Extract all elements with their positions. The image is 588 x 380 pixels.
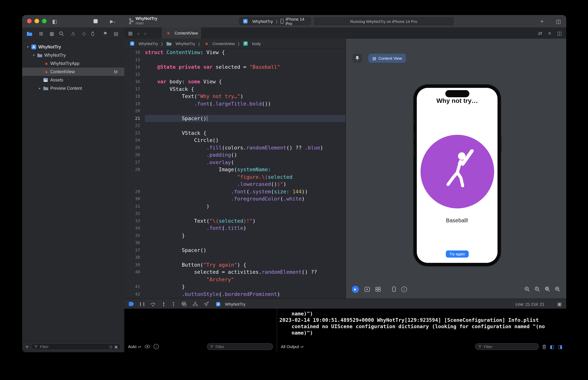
- code-line-36[interactable]: 36: [124, 239, 345, 247]
- code-line-17[interactable]: 17 VStack {: [124, 85, 345, 93]
- code-line-22[interactable]: 22: [124, 122, 345, 129]
- project-title[interactable]: WhyNotTry: [135, 16, 157, 21]
- related-items-icon[interactable]: ▦: [128, 30, 133, 36]
- navigator-item-contentview[interactable]: ContentViewM: [22, 68, 124, 76]
- running-process[interactable]: WhyNotTry: [215, 302, 245, 306]
- console-output[interactable]: name)")2023-02-14 19:00:51.489529+0000 W…: [277, 309, 566, 352]
- breadcrumb-whynottry[interactable]: WhyNotTry: [166, 41, 195, 46]
- variables-pane-toggle-icon[interactable]: ◧: [550, 344, 555, 349]
- code-line-19[interactable]: 19 .font(.largeTitle.bold()): [124, 100, 345, 107]
- editor-options-icon[interactable]: ◫: [557, 30, 562, 36]
- code-line-16[interactable]: 16 var body: some View {: [124, 78, 345, 85]
- view-hierarchy-icon[interactable]: [181, 302, 187, 306]
- code-line-wrap[interactable]: "Archery": [124, 276, 345, 283]
- device-settings-icon[interactable]: [392, 286, 396, 292]
- code-line-28[interactable]: 28 Image(systemName:: [124, 166, 345, 173]
- code-line-15[interactable]: 15: [124, 71, 345, 78]
- breadcrumb-contentview[interactable]: ContentView: [203, 41, 235, 46]
- code-line-14[interactable]: 14 @State private var selected = "Baseba…: [124, 63, 345, 71]
- code-line-33[interactable]: 33 Text("\(selected)!"): [124, 217, 345, 225]
- breakpoints-toggle-icon[interactable]: [129, 302, 134, 306]
- navigator-item-assets[interactable]: Assets: [22, 76, 124, 84]
- zoom-window-button[interactable]: [42, 19, 47, 23]
- navigator-item-whynottry[interactable]: ▾WhyNotTry: [22, 43, 124, 51]
- code-line-42[interactable]: 42 .buttonStyle(.borderedProminent): [124, 290, 345, 298]
- zoom-in-icon[interactable]: [555, 286, 560, 292]
- breakpoints-icon[interactable]: ⚑: [102, 31, 109, 37]
- chevron-right-icon[interactable]: ▸: [37, 86, 42, 90]
- print-description-icon[interactable]: i: [153, 344, 159, 349]
- preview-tab-content-view[interactable]: ▤ Content View: [368, 54, 406, 63]
- minimize-window-button[interactable]: [35, 19, 39, 23]
- editor-layout-icon[interactable]: ◫: [556, 15, 561, 27]
- minimap-list-icon[interactable]: ≡: [548, 30, 551, 36]
- reports-icon[interactable]: ▤: [112, 31, 120, 37]
- zoom-actual-icon[interactable]: [535, 286, 540, 292]
- code-line-25[interactable]: 25 .fill(colors.randomElement() ?? .blue…: [124, 144, 345, 151]
- code-line-wrap[interactable]: "figure.\(selected: [124, 173, 345, 181]
- console-filter-field[interactable]: Filter: [475, 343, 539, 350]
- device-preview-icon[interactable]: [365, 287, 370, 292]
- zoom-fit-icon[interactable]: [545, 286, 550, 292]
- tab-contentview[interactable]: ContentView: [161, 27, 202, 39]
- code-line-32[interactable]: 32: [124, 210, 345, 217]
- simulate-location-icon[interactable]: [204, 302, 209, 306]
- chevron-down-icon[interactable]: ▾: [31, 53, 37, 57]
- project-navigator-icon[interactable]: [27, 31, 34, 36]
- activity-status[interactable]: Running WhyNotTry on iPhone 14 Pro: [313, 17, 454, 26]
- console-toggle-icon[interactable]: ▣: [557, 301, 562, 307]
- code-line-29[interactable]: 29 .font(.system(size: 144)): [124, 188, 345, 195]
- quicklook-eye-icon[interactable]: [144, 345, 150, 348]
- memory-graph-icon[interactable]: [193, 302, 198, 306]
- run-button[interactable]: ▶▾: [110, 15, 115, 27]
- code-line-40[interactable]: 40 selected = activities.randomElement()…: [124, 268, 345, 276]
- console-pane-toggle-icon[interactable]: ◨: [558, 344, 563, 349]
- tests-icon[interactable]: ◇: [80, 31, 88, 37]
- try-again-button[interactable]: Try again: [446, 250, 469, 258]
- code-line-10[interactable]: 10struct ContentView: View {: [124, 49, 345, 56]
- code-line-38[interactable]: 38: [124, 254, 345, 261]
- code-review-icon[interactable]: ⇄: [538, 30, 542, 36]
- code-line-27[interactable]: 27 .overlay(: [124, 159, 345, 166]
- code-line-18[interactable]: 18 Text("Why not try…"): [124, 93, 345, 100]
- breadcrumb-body[interactable]: Pbody: [243, 41, 261, 46]
- code-line-24[interactable]: 24 Circle(): [124, 137, 345, 144]
- zoom-out-icon[interactable]: [525, 286, 530, 292]
- code-line-41[interactable]: 41 }: [124, 283, 345, 290]
- pin-preview-button[interactable]: [353, 54, 362, 63]
- output-mode-select[interactable]: All Output ▴▾: [281, 344, 303, 349]
- code-line-13[interactable]: 13: [124, 56, 345, 63]
- variables-filter-field[interactable]: Filter: [207, 343, 273, 350]
- code-editor[interactable]: 10struct ContentView: View {1314 @State …: [124, 49, 345, 299]
- symbols-icon[interactable]: ▦: [48, 31, 56, 37]
- source-control-icon[interactable]: ⊠: [37, 31, 45, 37]
- code-line-20[interactable]: 20: [124, 107, 345, 115]
- navigator-item-preview-content[interactable]: ▸Preview Content: [22, 84, 124, 92]
- add-file-button[interactable]: +: [25, 343, 29, 350]
- live-preview-button[interactable]: ▶: [352, 285, 359, 293]
- back-icon[interactable]: ‹: [138, 30, 139, 36]
- code-line-31[interactable]: 31 ): [124, 203, 345, 210]
- navigator-item-whynottryapp[interactable]: WhyNotTryApp: [22, 59, 124, 68]
- code-line-23[interactable]: 23 VStack {: [124, 129, 345, 137]
- code-line-wrap[interactable]: .lowercased())"): [124, 181, 345, 188]
- step-into-icon[interactable]: [162, 302, 166, 306]
- navigator-filter-field[interactable]: Filter ◷▣: [31, 343, 121, 350]
- branch-name[interactable]: main: [135, 21, 157, 25]
- trash-icon[interactable]: [542, 344, 547, 349]
- close-window-button[interactable]: [27, 19, 32, 23]
- variables-mode-select[interactable]: Auto ▴▾: [128, 344, 141, 349]
- variants-icon[interactable]: [376, 287, 381, 292]
- find-icon[interactable]: [59, 31, 66, 36]
- code-line-37[interactable]: 37 Spacer(): [124, 247, 345, 254]
- preview-info-icon[interactable]: i: [401, 286, 407, 292]
- code-line-26[interactable]: 26 .padding(): [124, 151, 345, 159]
- code-line-39[interactable]: 39 Button("Try again") {: [124, 261, 345, 268]
- navigator-item-whynottry[interactable]: ▾WhyNotTry: [22, 51, 124, 59]
- code-line-34[interactable]: 34 .font(.title): [124, 225, 345, 232]
- pause-execution-icon[interactable]: [140, 302, 144, 306]
- scm-filter-icon[interactable]: ▣: [114, 344, 118, 349]
- chevron-down-icon[interactable]: ▾: [25, 45, 30, 49]
- breadcrumb-whynottry[interactable]: WhyNotTry: [129, 41, 158, 46]
- recent-files-icon[interactable]: ◷: [109, 344, 113, 349]
